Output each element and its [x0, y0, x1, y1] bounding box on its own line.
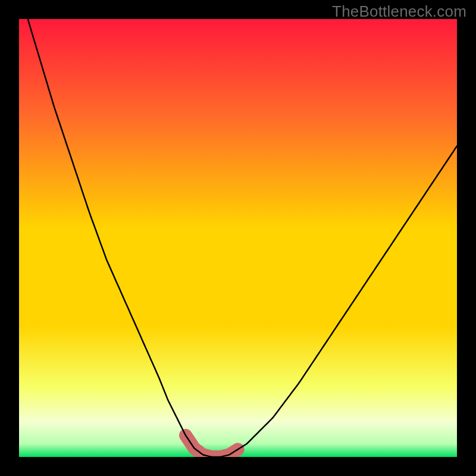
chart-frame: TheBottleneck.com [0, 0, 476, 476]
gradient-bg [19, 19, 457, 457]
chart-svg [19, 19, 457, 457]
watermark-text: TheBottleneck.com [332, 2, 466, 21]
plot-area [19, 19, 457, 457]
